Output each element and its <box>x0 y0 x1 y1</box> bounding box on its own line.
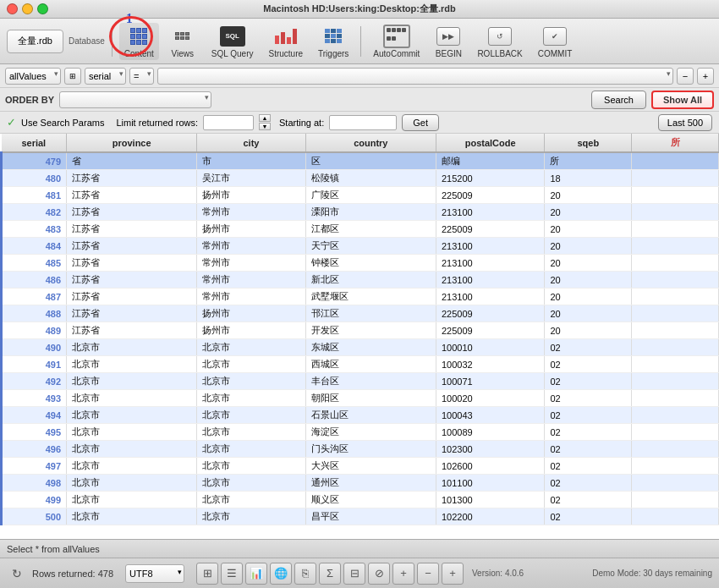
table-row[interactable]: 489江苏省扬州市开发区22500920 <box>2 322 719 339</box>
table-row[interactable]: 496北京市北京市门头沟区10230002 <box>2 441 719 458</box>
more-button[interactable]: + <box>442 563 464 585</box>
table-row[interactable]: 498北京市北京市通州区10110002 <box>2 475 719 492</box>
window-controls[interactable] <box>7 3 48 14</box>
rollback-tool-button[interactable]: ↺ ROLLBACK <box>472 23 527 60</box>
table-row[interactable]: 500北京市北京市昌平区10220002 <box>2 508 719 525</box>
sql-query-tool-button[interactable]: SQL SQL Query <box>206 23 259 60</box>
limit-label: Limit returned rows: <box>116 118 198 128</box>
chart-button[interactable]: 📊 <box>245 563 267 585</box>
table-body: 479省市区邮编所480江苏省吴江市松陵镇21520018481江苏省扬州市广陵… <box>2 152 719 525</box>
table-row[interactable]: 487江苏省常州市武墅堰区21310020 <box>2 289 719 305</box>
table-row[interactable]: 480江苏省吴江市松陵镇21520018 <box>2 170 719 187</box>
refresh-button[interactable]: ↻ <box>7 563 27 584</box>
circle-button[interactable]: ⊘ <box>368 563 390 585</box>
spinner-up-arrow[interactable]: ▲ <box>259 114 271 122</box>
grid-view-button[interactable]: ⊞ <box>196 563 218 585</box>
col-header-country[interactable]: country <box>305 134 436 152</box>
table-row[interactable]: 492北京市北京市丰台区10007102 <box>2 373 719 390</box>
table-cell: 顺义区 <box>305 492 436 508</box>
copy-button[interactable]: ⎘ <box>294 563 316 585</box>
maximize-button[interactable] <box>37 3 48 14</box>
minus-button[interactable]: − <box>417 563 439 585</box>
table-cell: 北京市 <box>197 407 305 424</box>
table-row[interactable]: 482江苏省常州市溧阳市21310020 <box>2 204 719 221</box>
table-cell <box>632 424 719 441</box>
table-cell: 486 <box>2 272 67 289</box>
encoding-select-wrap: UTF8 <box>125 564 184 583</box>
database-button[interactable]: 全量.rdb <box>7 30 63 53</box>
table-row[interactable]: 494北京市北京市石景山区10004302 <box>2 407 719 424</box>
filter-value-input[interactable] <box>157 68 673 85</box>
table-cell: 北京市 <box>197 390 305 407</box>
order-select[interactable] <box>59 91 211 108</box>
table-cell: 100032 <box>436 356 544 373</box>
table-row[interactable]: 497北京市北京市大兴区10260002 <box>2 458 719 475</box>
table-row[interactable]: 484江苏省常州市天宁区21310020 <box>2 238 719 255</box>
table-row[interactable]: 490北京市北京市东城区10001002 <box>2 339 719 356</box>
table-cell: 100043 <box>436 407 544 424</box>
close-button[interactable] <box>7 3 18 14</box>
sigma-button[interactable]: Σ <box>319 563 341 585</box>
table-row[interactable]: 495北京市北京市海淀区10008902 <box>2 424 719 441</box>
table-row[interactable]: 483江苏省扬州市江都区22500920 <box>2 221 719 238</box>
table-cell: 常州市 <box>197 238 305 255</box>
table-row[interactable]: 481江苏省扬州市广陵区22500920 <box>2 187 719 204</box>
minimize-button[interactable] <box>22 3 33 14</box>
table-cell: 江苏省 <box>67 170 197 187</box>
table-container[interactable]: serial province city country postalCode … <box>0 134 719 539</box>
table-cell: 北京市 <box>67 424 197 441</box>
value-select-wrap <box>157 68 673 85</box>
table-select[interactable]: allValues <box>5 68 61 85</box>
table-row[interactable]: 488江苏省扬州市邗江区22500920 <box>2 305 719 322</box>
table-cell: 北京市 <box>67 458 197 475</box>
col-header-serial[interactable]: serial <box>2 134 67 152</box>
structure-tool-button[interactable]: Structure <box>263 23 308 60</box>
commit-tool-button[interactable]: ✔ COMMIT <box>533 23 578 60</box>
spinner-down-arrow[interactable]: ▼ <box>259 123 271 130</box>
triggers-tool-button[interactable]: Triggers <box>313 23 354 60</box>
table-cell: 20 <box>545 238 632 255</box>
content-tool-button[interactable]: 1 Content <box>119 23 159 60</box>
table-row[interactable]: 486江苏省常州市新北区21310020 <box>2 272 719 289</box>
table-row[interactable]: 479省市区邮编所 <box>2 152 719 170</box>
field-select[interactable]: serial <box>85 68 126 85</box>
table-row[interactable]: 485江苏省常州市钟楼区21310020 <box>2 255 719 272</box>
get-button[interactable]: Get <box>402 114 439 131</box>
autocommit-tool-button[interactable]: AutoCommit <box>368 23 425 60</box>
table-row[interactable]: 491北京市北京市西城区10003202 <box>2 356 719 373</box>
col-header-sqeb[interactable]: sqeb <box>545 134 632 152</box>
limit-spinner[interactable]: ▲ ▼ <box>259 114 271 130</box>
globe-button[interactable]: 🌐 <box>270 563 292 585</box>
remove-filter-button[interactable]: − <box>677 68 694 85</box>
table-cell: 100010 <box>436 339 544 356</box>
add-filter-button[interactable]: + <box>697 68 714 85</box>
add-button[interactable]: + <box>392 563 414 585</box>
col-header-extra[interactable]: 所 <box>632 134 719 152</box>
begin-tool-button[interactable]: ▶▶ BEGIN <box>430 23 467 60</box>
col-header-city[interactable]: city <box>197 134 305 152</box>
limit-input[interactable] <box>203 115 254 130</box>
starting-at-input[interactable] <box>329 115 397 130</box>
table-cell: 102300 <box>436 441 544 458</box>
checkmark-icon: ✓ <box>7 116 16 129</box>
table-cell: 松陵镇 <box>305 170 436 187</box>
table-button[interactable]: ⊟ <box>343 563 365 585</box>
col-header-postal[interactable]: postalCode <box>436 134 544 152</box>
list-view-button[interactable]: ☰ <box>221 563 243 585</box>
table-cell: 499 <box>2 492 67 508</box>
filter-icon-button[interactable]: ⊞ <box>64 68 81 85</box>
encoding-select[interactable]: UTF8 <box>125 564 184 583</box>
autocommit-icon <box>383 25 410 48</box>
table-cell <box>632 238 719 255</box>
views-tool-button[interactable]: Views <box>164 23 201 60</box>
last500-button[interactable]: Last 500 <box>658 114 712 131</box>
col-header-province[interactable]: province <box>67 134 197 152</box>
plus-icon: + <box>703 71 708 81</box>
table-cell: 江苏省 <box>67 322 197 339</box>
search-button[interactable]: Search <box>591 91 646 109</box>
table-cell <box>632 441 719 458</box>
table-row[interactable]: 493北京市北京市朝阳区10002002 <box>2 390 719 407</box>
table-row[interactable]: 499北京市北京市顺义区10130002 <box>2 492 719 508</box>
operator-select[interactable]: = <box>129 68 154 85</box>
show-all-button[interactable]: Show All <box>651 91 714 109</box>
